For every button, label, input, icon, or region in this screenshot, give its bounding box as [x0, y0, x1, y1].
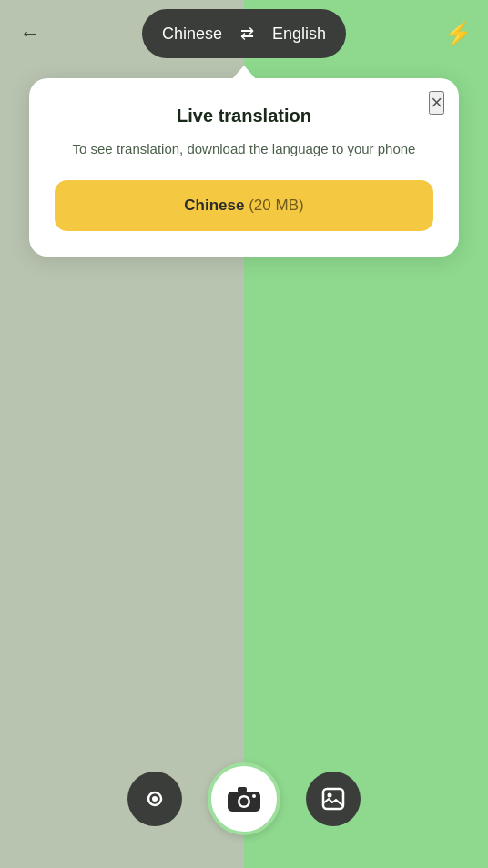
gallery-icon — [320, 786, 346, 812]
back-icon: ← — [20, 22, 40, 45]
download-lang-name: Chinese — [184, 197, 244, 214]
target-language-label[interactable]: English — [263, 25, 335, 44]
flash-icon: ⚡ — [443, 20, 473, 48]
svg-point-6 — [252, 794, 256, 798]
back-button[interactable]: ← — [13, 16, 47, 51]
svg-rect-7 — [323, 789, 343, 809]
scan-button[interactable] — [127, 772, 182, 826]
source-language-label[interactable]: Chinese — [153, 25, 231, 44]
svg-point-8 — [328, 793, 332, 798]
scan-icon — [142, 786, 168, 812]
svg-point-4 — [240, 798, 249, 806]
bottom-controls — [0, 762, 488, 835]
close-button[interactable]: × — [429, 91, 444, 115]
download-language-button[interactable]: Chinese (20 MB) — [55, 180, 433, 231]
live-translation-modal: × Live translation To see translation, d… — [29, 78, 459, 257]
download-size: (20 MB) — [249, 197, 303, 214]
flash-button[interactable]: ⚡ — [441, 16, 475, 51]
svg-rect-5 — [238, 787, 247, 792]
camera-icon — [227, 785, 261, 812]
svg-point-1 — [152, 796, 158, 802]
modal-description: To see translation, download the languag… — [55, 139, 433, 160]
top-bar: ← Chinese ⇄ English ⚡ — [0, 9, 488, 58]
modal-title: Live translation — [55, 106, 433, 126]
swap-icon[interactable]: ⇄ — [240, 24, 254, 44]
language-switcher: Chinese ⇄ English — [142, 9, 346, 58]
gallery-button[interactable] — [306, 772, 361, 826]
camera-button[interactable] — [208, 762, 280, 835]
